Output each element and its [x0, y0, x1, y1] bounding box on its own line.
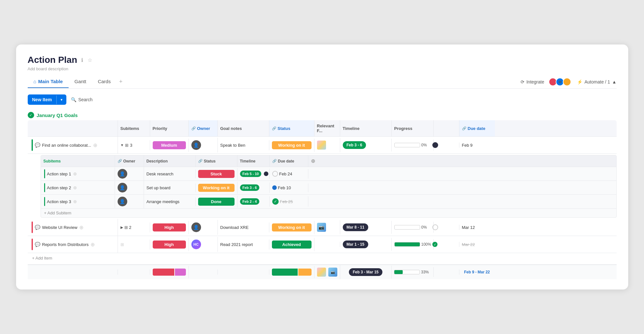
- subitems-icon: ⊞: [125, 143, 129, 148]
- circle-radio[interactable]: [272, 171, 278, 177]
- table-row[interactable]: 💬 Find an online collaborat... ⊕ ▼ ⊞ 3 M…: [28, 137, 617, 154]
- subitem-bar: [44, 197, 45, 206]
- status-badge: Working on it: [272, 223, 312, 231]
- new-item-button[interactable]: New Item ▼: [28, 94, 66, 105]
- expand-arrow[interactable]: ▶: [120, 225, 123, 230]
- integrate-button[interactable]: ⟳ Integrate: [521, 79, 544, 84]
- add-subitem-row[interactable]: + Add Subitem: [41, 209, 616, 217]
- progress-bar: [394, 143, 420, 147]
- owner-cell: HC: [189, 237, 218, 252]
- subitems-cell[interactable]: ⊞: [118, 240, 150, 250]
- add-icon[interactable]: ⊕: [91, 241, 95, 248]
- subitem-status-cell[interactable]: Working on it: [196, 182, 237, 194]
- timeline-cell: Feb 3 - 6: [340, 139, 392, 152]
- timeline-cell: Mar 1 - 15: [340, 238, 392, 251]
- blue-dot: [272, 185, 277, 190]
- subitem-timeline-cell: Feb 5 - 10: [237, 169, 270, 179]
- subitem-name: Action step 3: [47, 199, 71, 204]
- tab-cards[interactable]: Cards: [92, 75, 117, 88]
- relevant-f-cell: 📷: [314, 220, 340, 234]
- subitem-bar: [44, 169, 45, 178]
- table-row[interactable]: 💬 Website UI Review ⊕ ▶ ⊞ 2 High 👤 Downl…: [28, 219, 617, 236]
- tab-main-table[interactable]: ⌂ Main Table: [28, 75, 69, 88]
- summary-cell-subitems: [118, 270, 150, 275]
- add-icon[interactable]: ⊕: [79, 224, 83, 231]
- avatar: 👤: [118, 169, 127, 179]
- summary-due-date: Feb 9 - Mar 22: [464, 270, 490, 274]
- subitem-row[interactable]: Action step 3 ⊕ 👤 Arrange meetings Done …: [41, 195, 616, 209]
- automate-button[interactable]: ⚡ Automate / 1 ▲: [577, 79, 616, 84]
- automate-icon: ⚡: [577, 79, 582, 84]
- col-header-subitems: Subitems: [118, 120, 150, 136]
- add-icon[interactable]: ⊕: [73, 185, 77, 190]
- timeline-pill: Feb 3 - 6: [343, 141, 366, 149]
- subitem-status-cell[interactable]: Stuck: [196, 168, 237, 180]
- subitems-cell[interactable]: ▼ ⊞ 3: [118, 140, 150, 150]
- board-title-row: Action Plan ℹ ☆: [28, 55, 617, 65]
- subitems-header-add[interactable]: ⊕: [308, 155, 328, 167]
- summary-cell-timeline: Feb 3 - Mar 15: [340, 266, 392, 279]
- due-date-spacer: [434, 225, 459, 230]
- item-color-bar: [32, 221, 33, 233]
- subitems-header-name: Subitems: [41, 155, 115, 167]
- subitem-row[interactable]: Action step 2 ⊕ 👤 Set up board Working o…: [41, 181, 616, 195]
- summary-timeline-pill: Feb 3 - Mar 15: [349, 268, 382, 276]
- status-cell[interactable]: Working on it: [269, 221, 314, 234]
- subitem-row[interactable]: Action step 1 ⊕ 👤 Desk research Stuck Fe…: [41, 167, 616, 181]
- tabs-left: ⌂ Main Table Gantt Cards +: [28, 75, 125, 88]
- new-item-dropdown-arrow[interactable]: ▼: [56, 95, 66, 104]
- add-icon[interactable]: ⊕: [93, 142, 97, 148]
- avatar-stack: M: [550, 78, 571, 86]
- timeline-pill: Feb 2 - 4: [240, 198, 260, 205]
- subitem-status-cell[interactable]: Done: [196, 196, 237, 208]
- owner-cell: 👤: [189, 220, 218, 235]
- info-icon[interactable]: ℹ: [81, 56, 84, 64]
- status-cell[interactable]: Achieved: [269, 238, 314, 251]
- link-icon: 🔗: [198, 159, 203, 163]
- timeline-cell: Mar 8 - 11: [340, 221, 392, 234]
- priority-cell[interactable]: Medium: [150, 139, 189, 152]
- board-header: Action Plan ℹ ☆ Add board description: [28, 55, 617, 71]
- priority-cell[interactable]: High: [150, 221, 189, 234]
- item-name: Find an online collaborat...: [42, 143, 91, 148]
- col-header-status: 🔗 Status: [269, 120, 314, 136]
- goal-notes-cell: Download XRE: [218, 222, 269, 232]
- relevant-f-cell: [314, 242, 340, 247]
- subitems-header-owner: 🔗 Owner: [115, 155, 144, 167]
- search-button[interactable]: 🔍 Search: [71, 97, 92, 102]
- tabs-right: ⟳ Integrate M ⚡ Automate / 1 ▲: [521, 78, 617, 86]
- table-row[interactable]: 💬 Reports from Distributors ⊕ ⊞ High HC …: [28, 236, 617, 253]
- status-cell[interactable]: Working on it: [269, 139, 314, 152]
- tab-gantt[interactable]: Gantt: [69, 75, 92, 88]
- priority-badge: Medium: [153, 141, 186, 149]
- col-header-owner: 🔗 Owner: [189, 120, 218, 136]
- subitems-header-desc: Description: [144, 155, 196, 167]
- summary-progress-bar: [394, 270, 420, 274]
- col-header-relevant-f: Relevant F...: [314, 120, 340, 136]
- subitems-header-status: 🔗 Status: [196, 155, 237, 167]
- col-header-timeline: Timeline: [340, 120, 392, 136]
- main-table: ✓ January Q1 Goals Subitems Priority 🔗 O…: [28, 112, 617, 279]
- expand-arrow[interactable]: ▼: [120, 143, 124, 147]
- priority-cell[interactable]: High: [150, 238, 189, 251]
- tab-add-button[interactable]: +: [117, 75, 125, 88]
- timeline-pill: Feb 5 - 10: [240, 171, 262, 177]
- subitems-col-headers: Subitems 🔗 Owner Description 🔗 Status Ti…: [41, 155, 616, 167]
- progress-bar: [394, 242, 420, 247]
- group-title: January Q1 Goals: [37, 113, 78, 118]
- add-item-button[interactable]: + Add Item: [28, 253, 617, 263]
- star-icon[interactable]: ☆: [87, 56, 93, 64]
- add-icon[interactable]: ⊕: [73, 199, 77, 204]
- add-icon[interactable]: ⊕: [73, 171, 77, 176]
- add-subitem-label[interactable]: + Add Subitem: [44, 211, 72, 215]
- status-badge: Achieved: [272, 241, 312, 249]
- add-col-icon[interactable]: ⊕: [311, 158, 315, 164]
- subitems-cell[interactable]: ▶ ⊞ 2: [118, 222, 150, 232]
- subitem-name-cell: Action step 1 ⊕: [41, 167, 115, 180]
- progress-pct: 100%: [421, 242, 431, 247]
- due-date-cell: Mar 12: [459, 222, 495, 232]
- thumbnail-summary: [317, 268, 326, 277]
- subitem-desc-cell: Set up board: [144, 183, 196, 192]
- status-badge: Working on it: [272, 141, 312, 149]
- avatar: 👤: [118, 183, 127, 192]
